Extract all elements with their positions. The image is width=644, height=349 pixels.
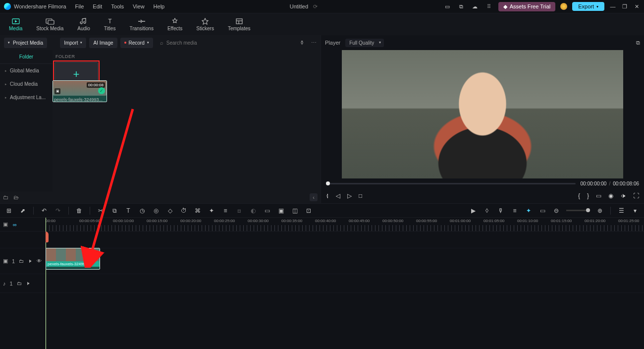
filter-icon[interactable]: ⚱ [300, 40, 304, 46]
mute-icon[interactable]: 🕨 [28, 258, 33, 264]
tab-titles[interactable]: TTitles [104, 18, 116, 31]
prev-frame-button[interactable]: ⦉ [326, 192, 329, 199]
marker2-icon[interactable]: ◊ [483, 207, 491, 214]
stop-button[interactable]: □ [359, 192, 362, 199]
sidebar-item-adjustment[interactable]: ▸Adjustment La... [0, 91, 53, 104]
timeline-clip[interactable]: pexels-fauxels-324993 [46, 248, 100, 270]
marker-icon[interactable]: ✦ [208, 207, 215, 214]
tab-stickers[interactable]: Stickers [196, 18, 214, 31]
zoom-in-button[interactable]: ⊕ [596, 207, 604, 214]
mask-icon[interactable]: ◐ [249, 207, 257, 214]
audio-mute-icon[interactable]: 🕨 [26, 281, 31, 286]
video-track-header[interactable]: ▣ 1 🗀 🕨 👁 [0, 248, 45, 274]
mark-out-button[interactable]: } [587, 192, 589, 199]
tab-stock-media[interactable]: Stock Media [36, 18, 63, 31]
menu-help[interactable]: Help [154, 3, 165, 9]
export-button[interactable]: Export ▾ [572, 2, 604, 11]
voiceover-icon[interactable]: 🎙 [497, 207, 505, 214]
sidebar-item-global[interactable]: ▸Global Media [0, 64, 53, 77]
collapse-icon[interactable]: ‹ [310, 193, 318, 201]
play-backward-button[interactable]: ▷ [336, 192, 340, 199]
text-tool-icon[interactable]: T [124, 207, 132, 214]
render-icon[interactable]: ▶ [469, 207, 477, 214]
coin-icon[interactable] [560, 3, 567, 10]
tab-transitions[interactable]: Transitions [129, 18, 154, 31]
duration-button[interactable]: ⏱ [180, 207, 188, 214]
split-button[interactable]: ✂ [97, 207, 105, 214]
track-icon-1[interactable]: ▭ [263, 207, 271, 214]
new-folder-icon[interactable]: 🗀 [3, 194, 8, 200]
compare-icon[interactable]: ▭ [596, 192, 601, 199]
volume-icon[interactable]: 🕩 [620, 192, 626, 199]
tab-templates[interactable]: Templates [228, 18, 251, 31]
menu-file[interactable]: File [75, 3, 84, 9]
audio-lock-icon[interactable]: 🗀 [17, 281, 22, 286]
scrub-bar[interactable] [326, 183, 576, 184]
snapshot-button[interactable]: ◉ [608, 192, 613, 199]
scrub-knob[interactable] [326, 181, 330, 185]
zoom-out-button[interactable]: ⊖ [552, 207, 560, 214]
video-preview[interactable] [342, 50, 623, 178]
menu-view[interactable]: View [133, 3, 145, 9]
link-icon[interactable]: ∞ [13, 222, 17, 228]
menu-tools[interactable]: Tools [111, 3, 124, 9]
detach-audio-icon[interactable]: ⌘ [194, 207, 202, 214]
cloud-icon[interactable]: ☁ [471, 2, 480, 11]
close-button[interactable]: ✕ [633, 3, 640, 10]
device-icon[interactable]: ▭ [443, 2, 452, 11]
snapshot-icon[interactable]: ⧉ [636, 40, 640, 46]
adjust-icon[interactable]: ≡ [221, 207, 229, 214]
timeline-more-icon[interactable]: ▾ [631, 207, 639, 214]
ai-image-button[interactable]: AI Image [89, 38, 117, 48]
ruler-mark: 00:00:10:00 [113, 219, 134, 223]
mixer-icon[interactable]: ≡ [511, 207, 519, 214]
menu-edit[interactable]: Edit [93, 3, 102, 9]
undo-button[interactable]: ↶ [40, 207, 48, 214]
sidebar-item-cloud[interactable]: ▸Cloud Media [0, 77, 53, 91]
delete-button[interactable]: 🗑 [75, 207, 83, 214]
ai-icon[interactable]: ✦ [525, 207, 533, 214]
new-bin-icon[interactable]: 🗁 [13, 194, 19, 200]
group-icon[interactable]: ⧈ [235, 207, 243, 214]
tab-effects[interactable]: Effects [167, 18, 182, 31]
playhead-handle[interactable] [46, 232, 49, 242]
trial-button[interactable]: ◆ Assets Free Trial [498, 2, 556, 11]
time-ruler[interactable]: 00:0000:00:05:0000:00:10:0000:00:15:0000… [46, 218, 644, 232]
playhead[interactable] [46, 218, 46, 349]
screenshot-icon[interactable]: ⧉ [457, 2, 466, 11]
tab-audio[interactable]: Audio [77, 18, 90, 31]
record-dropdown[interactable]: Record▾ [120, 38, 153, 48]
tab-media[interactable]: Media [9, 18, 22, 31]
zoom-slider[interactable] [566, 210, 590, 211]
cloud-sync-icon[interactable]: ⟳ [313, 3, 318, 10]
audio-track-header[interactable]: ♪ 1 🗀 🕨 [0, 274, 45, 293]
track-icon-2[interactable]: ▣ [277, 207, 285, 214]
visibility-icon[interactable]: 👁 [37, 258, 42, 264]
crop-button[interactable]: ⧉ [110, 207, 118, 214]
keyframe-button[interactable]: ◇ [166, 207, 174, 214]
timeline-options-icon[interactable]: ⊞ [5, 207, 13, 214]
timeline-tracks[interactable]: 00:0000:00:05:0000:00:10:0000:00:15:0000… [46, 218, 644, 349]
fullscreen-icon[interactable]: ⛶ [633, 192, 639, 199]
track-size-icon[interactable]: ☰ [617, 207, 625, 214]
play-button[interactable]: ▷ [347, 192, 352, 199]
quality-dropdown[interactable]: Full Quality [345, 39, 384, 47]
maximize-button[interactable]: ❐ [621, 3, 628, 10]
redo-button[interactable]: ↷ [54, 207, 62, 214]
media-clip-tile[interactable]: 00:00:08 ▣ ✓ pexels-fauxels-324993... [53, 80, 107, 102]
color-button[interactable]: ◎ [152, 207, 160, 214]
import-dropdown[interactable]: Import▾ [60, 38, 86, 48]
more-icon[interactable]: ⋯ [311, 40, 317, 46]
minimize-button[interactable]: — [609, 3, 616, 9]
track-icon-4[interactable]: ⊡ [305, 207, 313, 214]
track-icon-3[interactable]: ◫ [291, 207, 299, 214]
timeline-collapse-icon[interactable]: ▣ [3, 221, 8, 228]
apps-icon[interactable]: ⠿ [484, 2, 493, 11]
project-media-dropdown[interactable]: ▾Project Media [4, 38, 47, 48]
pointer-tool-icon[interactable]: ⬈ [19, 207, 27, 214]
search-input[interactable] [166, 40, 236, 46]
lock-icon[interactable]: 🗀 [19, 258, 24, 264]
speed-button[interactable]: ◷ [138, 207, 146, 214]
mark-in-button[interactable]: { [578, 192, 580, 199]
snap-icon[interactable]: ▭ [538, 207, 546, 214]
